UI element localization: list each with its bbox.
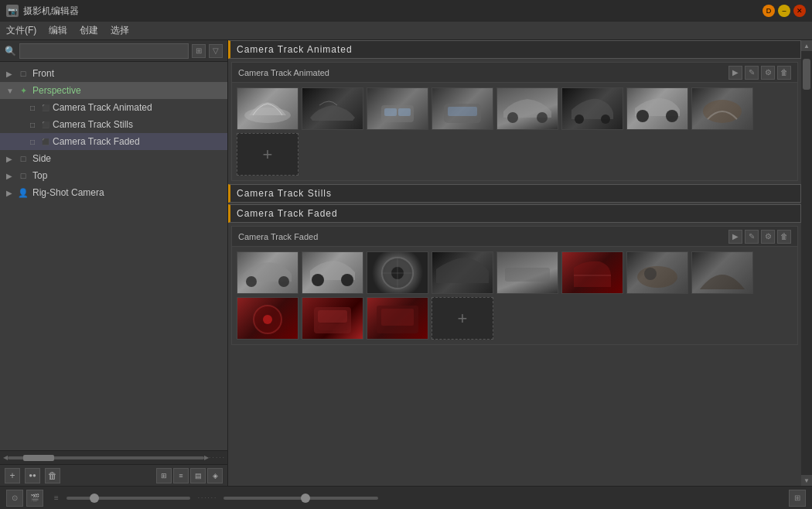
section-stills: Camera Track Stills xyxy=(228,184,801,203)
thumb-animated-2[interactable] xyxy=(302,87,363,130)
grid-view-btn[interactable]: ⊞ xyxy=(789,490,806,507)
cube-icon-3: □ xyxy=(26,135,39,148)
section-faded: Camera Track Faded Camera Track Faded ▶ … xyxy=(228,204,801,345)
slider-track[interactable] xyxy=(8,456,204,459)
thumb-animated-6[interactable] xyxy=(561,87,623,130)
play-btn-faded[interactable]: ▶ xyxy=(728,230,742,244)
zoom-slider-thumb[interactable] xyxy=(301,494,310,503)
thumb-animated-3[interactable] xyxy=(367,87,428,130)
thumb-faded-5[interactable] xyxy=(496,251,558,294)
thumb-faded-6[interactable] xyxy=(561,251,623,294)
svg-point-14 xyxy=(278,276,289,287)
dots-6: · xyxy=(214,494,216,501)
extra-btn-4[interactable]: ◈ xyxy=(207,468,223,483)
multi-select-btn[interactable]: ●● xyxy=(25,468,40,483)
search-input[interactable] xyxy=(19,43,189,59)
settings-btn-animated[interactable]: ⚙ xyxy=(761,66,775,80)
scroll-track[interactable] xyxy=(801,51,812,475)
svg-point-15 xyxy=(312,274,324,286)
play-btn-animated[interactable]: ▶ xyxy=(728,66,742,80)
subsection-header-faded: Camera Track Faded ▶ ✎ ⚙ 🗑 xyxy=(232,227,797,247)
titlebar-close-btn[interactable]: ✕ xyxy=(793,5,806,17)
slider-thumb[interactable] xyxy=(23,455,54,461)
section-header-stills: Camera Track Stills xyxy=(228,184,801,203)
thumb-img-f7 xyxy=(627,252,687,293)
svg-point-26 xyxy=(263,315,272,324)
edit-btn-faded[interactable]: ✎ xyxy=(745,230,759,244)
titlebar-orange-btn[interactable]: D xyxy=(763,5,775,17)
add-thumb-animated[interactable]: + xyxy=(237,133,299,176)
svg-rect-3 xyxy=(398,108,411,116)
bottom-dots: · · · · · · xyxy=(198,494,216,501)
options-btn[interactable]: ▽ xyxy=(209,44,223,58)
thumb-animated-4[interactable] xyxy=(432,87,493,130)
scroll-down-arrow[interactable]: ▼ xyxy=(801,475,812,486)
scroll-thumb[interactable] xyxy=(803,59,810,90)
yellow-dot-3: ⬛ xyxy=(42,138,49,145)
thumb-faded-7[interactable] xyxy=(626,251,688,294)
thumb-faded-1[interactable] xyxy=(237,251,299,294)
delete-btn-animated[interactable]: 🗑 xyxy=(777,66,791,80)
thumb-faded-11[interactable] xyxy=(367,297,428,340)
tree-item-side[interactable]: ▶ □ Side xyxy=(0,150,227,167)
add-thumb-faded[interactable]: + xyxy=(432,297,493,340)
thumb-faded-8[interactable] xyxy=(691,251,753,294)
thumb-animated-5[interactable] xyxy=(496,87,558,130)
tree-item-faded[interactable]: □ ⬛ Camera Track Faded xyxy=(0,133,227,150)
delete-btn[interactable]: 🗑 xyxy=(45,468,60,483)
menu-create[interactable]: 创建 xyxy=(80,24,98,37)
bottom-toolbar: ⊙ 🎬 ≡ · · · · · · ⊞ xyxy=(0,486,812,509)
resize-handle[interactable]: · · · · · xyxy=(209,454,224,461)
thumb-animated-1[interactable] xyxy=(237,87,299,130)
tree-item-animated[interactable]: □ ⬛ Camera Track Animated xyxy=(0,99,227,116)
delete-btn-faded[interactable]: 🗑 xyxy=(777,230,791,244)
tree-item-front[interactable]: ▶ □ Front xyxy=(0,65,227,82)
svg-rect-2 xyxy=(384,108,397,116)
zoom-slider-track[interactable] xyxy=(223,497,378,500)
bottom-extra-btns: ⊞ ≡ ▤ ◈ xyxy=(156,468,223,483)
settings-btn-faded[interactable]: ⚙ xyxy=(761,230,775,244)
tree-view: ▶ □ Front ▼ ✦ Perspective □ ⬛ Camera Tra… xyxy=(0,62,227,450)
thumb-faded-10[interactable] xyxy=(302,297,363,340)
content-slider-thumb[interactable] xyxy=(90,494,99,503)
filter-btn[interactable]: ⊞ xyxy=(192,44,206,58)
thumb-animated-8[interactable] xyxy=(691,87,753,130)
thumb-img-f5 xyxy=(497,252,558,293)
tree-item-stills[interactable]: □ ⬛ Camera Track Stills xyxy=(0,116,227,133)
thumb-faded-2[interactable] xyxy=(302,251,363,294)
svg-point-13 xyxy=(246,276,257,287)
sidebar-horizontal-slider: ◀ ▶ · · · · · xyxy=(0,450,227,464)
menu-select[interactable]: 选择 xyxy=(111,24,129,37)
dots-4: · xyxy=(208,494,210,501)
tree-item-top[interactable]: ▶ □ Top xyxy=(0,167,227,184)
thumb-faded-9[interactable] xyxy=(237,297,299,340)
cube-icon: □ xyxy=(26,101,39,114)
content-slider-track[interactable] xyxy=(67,497,190,500)
scroll-up-arrow[interactable]: ▲ xyxy=(801,40,812,51)
app-icon: 📷 xyxy=(6,5,19,17)
sidebar: 🔍 ⊞ ▽ ▶ □ Front ▼ ✦ Perspective □ xyxy=(0,40,228,486)
section-title-stills: Camera Track Stills xyxy=(237,188,332,199)
extra-btn-1[interactable]: ⊞ xyxy=(156,468,172,483)
svg-point-7 xyxy=(537,112,548,123)
thumb-faded-4[interactable] xyxy=(432,251,493,294)
thumb-animated-7[interactable] xyxy=(626,87,688,130)
menubar: 文件(F) 编辑 创建 选择 xyxy=(0,22,812,40)
titlebar-minimize-btn[interactable]: – xyxy=(778,5,790,17)
extra-btn-3[interactable]: ▤ xyxy=(190,468,206,483)
thumb-img-f1 xyxy=(237,252,298,293)
film-btn[interactable]: 🎬 xyxy=(26,490,43,507)
camera-view-btn[interactable]: ⊙ xyxy=(6,490,23,507)
tree-label-stills: Camera Track Stills xyxy=(53,119,133,130)
menu-edit[interactable]: 编辑 xyxy=(49,24,67,37)
subsection-animated: Camera Track Animated ▶ ✎ ⚙ 🗑 xyxy=(231,62,798,181)
vertical-scrollbar[interactable]: ▲ ▼ xyxy=(801,40,812,486)
menu-file[interactable]: 文件(F) xyxy=(6,24,36,37)
extra-btn-2[interactable]: ≡ xyxy=(173,468,189,483)
add-item-btn[interactable]: + xyxy=(5,468,20,483)
tree-item-perspective[interactable]: ▼ ✦ Perspective xyxy=(0,82,227,99)
edit-btn-animated[interactable]: ✎ xyxy=(745,66,759,80)
thumb-faded-3[interactable] xyxy=(367,251,428,294)
tree-item-rig[interactable]: ▶ 👤 Rig-Shot Camera xyxy=(0,184,227,201)
section-title-faded: Camera Track Faded xyxy=(237,208,338,219)
